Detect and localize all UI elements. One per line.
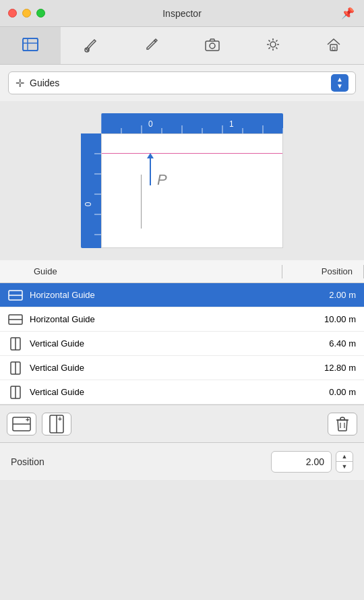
position-input[interactable] [271,451,332,473]
guide-vertical-line [141,175,142,229]
stepper-up-button[interactable]: ▲ [336,452,353,462]
row-icon-vertical [8,338,23,349]
row-label: Vertical Guide [30,387,302,397]
svg-text:+: + [58,415,62,423]
camera-icon [204,36,221,55]
row-value: 0.00 m [302,387,356,397]
svg-point-8 [270,42,276,47]
svg-line-13 [269,40,270,42]
canvas-letter-p: P [157,171,167,189]
canvas-area: P [101,133,283,248]
row-icon-horizontal [8,290,23,301]
brush-icon [82,36,100,55]
delete-guide-button[interactable] [328,413,357,436]
header-position: Position [282,266,363,276]
svg-rect-6 [206,41,219,51]
ruler-left: 0 [81,133,101,248]
pin-icon[interactable]: 📌 [341,7,355,20]
svg-rect-0 [23,38,38,51]
table-row[interactable]: Horizontal Guide 2.00 m [0,283,364,307]
header-guide: Guide [0,266,282,276]
pen-icon [143,36,160,55]
home-icon [325,36,342,55]
toolbar-home[interactable] [303,27,364,64]
svg-text:0: 0 [148,119,153,129]
arrow-line [150,158,151,185]
row-icon-vertical [8,363,23,373]
position-row: Position ▲ ▼ [0,442,364,480]
svg-line-15 [276,40,277,42]
sun-icon [264,36,282,55]
row-label: Vertical Guide [30,363,302,373]
toolbar-measures[interactable] [0,27,61,64]
table-header: Guide Position [0,260,364,283]
position-label: Position [11,456,271,467]
toolbar-pen[interactable] [121,27,182,64]
svg-point-7 [210,43,215,49]
arrow-head [147,153,154,158]
guides-table: Guide Position Horizontal Guide 2.00 m H… [0,260,364,404]
ruler-top: 0 1 [101,113,283,133]
preview-area: 0 1 0 [0,101,364,260]
svg-line-16 [269,47,270,49]
toolbar [0,27,364,65]
toolbar-camera[interactable] [182,27,243,64]
dropdown-arrows[interactable]: ▲ ▼ [331,74,348,92]
add-vertical-guide-button[interactable]: + [42,413,71,436]
table-row[interactable]: Vertical Guide 0.00 m [0,380,364,404]
chevron-down-icon: ▼ [336,83,343,90]
row-label: Horizontal Guide [30,290,302,300]
table-row[interactable]: Vertical Guide 6.40 m [0,332,364,356]
title-bar: Inspector 📌 [0,0,364,27]
svg-text:0: 0 [84,202,93,206]
add-horizontal-guide-button[interactable]: + [7,413,36,436]
dropdown-row: ✛ Guides ▲ ▼ [0,65,364,101]
guide-arrow [147,153,154,185]
row-value: 12.80 m [302,363,356,373]
minimize-button[interactable] [22,9,31,18]
table-row[interactable]: Horizontal Guide 10.00 m [0,307,364,332]
position-stepper[interactable]: ▲ ▼ [336,451,353,473]
row-value: 6.40 m [302,338,356,349]
traffic-lights [8,9,45,18]
maximize-button[interactable] [36,9,45,18]
dropdown-label: Guides [30,78,331,88]
svg-text:+: + [26,417,30,423]
close-button[interactable] [8,9,17,18]
guide-horizontal-line [102,153,282,154]
stepper-down-button[interactable]: ▼ [336,462,353,472]
svg-line-14 [276,47,277,49]
bottom-toolbar: + + [0,404,364,442]
crosshair-icon: ✛ [16,77,24,90]
position-input-wrap: ▲ ▼ [271,451,353,473]
svg-text:1: 1 [229,119,234,129]
row-value: 10.00 m [302,314,356,324]
window-title: Inspector [162,8,202,19]
guides-dropdown[interactable]: ✛ Guides ▲ ▼ [8,71,356,94]
row-icon-vertical [8,387,23,398]
toolbar-brush[interactable] [61,27,121,64]
toolbar-sun[interactable] [243,27,303,64]
table-row[interactable]: Vertical Guide 12.80 m [0,356,364,380]
row-value: 2.00 m [302,290,356,300]
row-icon-horizontal [8,314,23,325]
ruler-container: 0 1 0 [81,113,283,248]
row-label: Horizontal Guide [30,314,302,324]
row-label: Vertical Guide [30,338,302,349]
measures-icon [21,35,40,56]
